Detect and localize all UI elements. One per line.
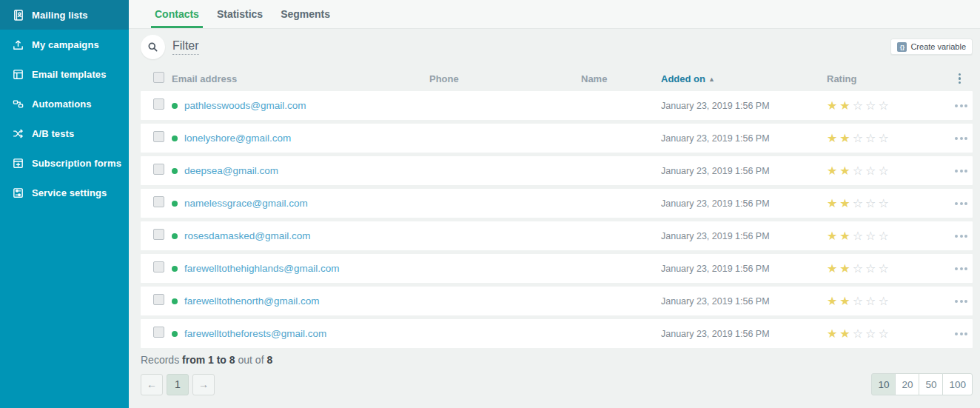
sidebar-item-my-campaigns[interactable]: My campaigns xyxy=(0,30,129,59)
star-empty-icon: ☆ xyxy=(878,327,888,340)
star-filled-icon: ★ xyxy=(839,262,850,275)
table-row: farewelltothenorth@gmail.com January 23,… xyxy=(141,287,973,315)
star-filled-icon: ★ xyxy=(827,327,837,340)
tab-segments[interactable]: Segments xyxy=(277,0,334,28)
email-link[interactable]: namelessgrace@gmail.com xyxy=(184,198,308,209)
select-all-checkbox[interactable] xyxy=(153,72,164,83)
star-empty-icon: ☆ xyxy=(865,262,876,275)
email-link[interactable]: pathlesswoods@gmail.com xyxy=(184,100,306,111)
row-menu-icon[interactable] xyxy=(953,298,970,305)
sidebar-item-mailing-lists[interactable]: Mailing lists xyxy=(0,0,129,30)
rating-stars: ★★☆☆☆ xyxy=(827,196,953,210)
table-row: rosesdamasked@gmail.com January 23, 2019… xyxy=(141,221,973,250)
filter-label[interactable]: Filter xyxy=(172,39,199,55)
row-menu-icon[interactable] xyxy=(953,200,970,207)
row-checkbox[interactable] xyxy=(153,196,164,207)
star-filled-icon: ★ xyxy=(827,295,837,307)
star-empty-icon: ☆ xyxy=(878,197,888,210)
page-size-20-button[interactable]: 20 xyxy=(895,373,919,395)
email-link[interactable]: deepsea@gmail.com xyxy=(184,165,278,176)
email-link[interactable]: lonelyshore@gmail.com xyxy=(184,133,291,144)
page-size-10-button[interactable]: 10 xyxy=(871,373,896,395)
row-menu-icon[interactable] xyxy=(953,265,970,272)
prev-page-button[interactable]: ← xyxy=(141,374,163,395)
status-dot-icon xyxy=(172,103,178,109)
added-on-cell: January 23, 2019 1:56 PM xyxy=(661,198,827,209)
tab-label: Segments xyxy=(281,8,330,20)
added-on-cell: January 23, 2019 1:56 PM xyxy=(661,296,827,307)
column-header-name[interactable]: Name xyxy=(581,73,661,84)
content-area: Filter {} Create variable Email address … xyxy=(141,29,973,408)
email-link[interactable]: rosesdamasked@gmail.com xyxy=(184,230,311,241)
sidebar-item-email-templates[interactable]: Email templates xyxy=(0,59,129,89)
address-book-icon xyxy=(10,8,25,21)
sidebar-nav: Mailing lists My campaigns Email templat… xyxy=(0,0,129,207)
row-menu-icon[interactable] xyxy=(953,167,970,175)
sidebar-item-subscription-forms[interactable]: Subscription forms xyxy=(0,148,129,178)
page-1-button[interactable]: 1 xyxy=(167,374,189,395)
row-checkbox[interactable] xyxy=(153,98,164,110)
row-checkbox[interactable] xyxy=(153,261,164,272)
row-menu-icon[interactable] xyxy=(953,330,970,338)
page-size-100-button[interactable]: 100 xyxy=(942,373,973,395)
row-checkbox[interactable] xyxy=(153,327,164,338)
row-menu-icon[interactable] xyxy=(953,102,970,110)
star-empty-icon: ☆ xyxy=(865,99,876,112)
tab-contacts[interactable]: Contacts xyxy=(151,0,203,28)
row-menu-icon[interactable] xyxy=(953,233,970,240)
column-header-rating[interactable]: Rating xyxy=(827,73,953,84)
added-on-label: Added on xyxy=(661,73,705,84)
search-icon[interactable] xyxy=(141,35,165,59)
sidebar-item-a-b-tests[interactable]: A/B tests xyxy=(0,118,129,148)
email-link[interactable]: farewelltothenorth@gmail.com xyxy=(184,295,320,307)
row-menu-icon[interactable] xyxy=(953,135,970,142)
sidebar-item-label: A/B tests xyxy=(32,128,74,139)
row-checkbox[interactable] xyxy=(153,164,164,175)
sidebar-item-service-settings[interactable]: Service settings xyxy=(0,178,129,207)
star-empty-icon: ☆ xyxy=(865,197,876,210)
star-filled-icon: ★ xyxy=(839,132,850,144)
star-filled-icon: ★ xyxy=(827,197,837,210)
tab-label: Statistics xyxy=(217,8,263,20)
star-empty-icon: ☆ xyxy=(878,295,888,307)
column-settings-icon[interactable] xyxy=(957,72,963,86)
row-checkbox[interactable] xyxy=(153,131,164,142)
star-empty-icon: ☆ xyxy=(878,99,888,112)
campaign-upload-icon xyxy=(10,38,25,51)
email-templates-icon xyxy=(10,67,25,81)
star-empty-icon: ☆ xyxy=(853,327,863,340)
star-empty-icon: ☆ xyxy=(865,230,876,242)
star-empty-icon: ☆ xyxy=(865,327,876,340)
star-filled-icon: ★ xyxy=(839,197,850,210)
star-filled-icon: ★ xyxy=(827,164,837,177)
subscription-form-icon xyxy=(10,156,25,170)
tab-statistics[interactable]: Statistics xyxy=(213,0,266,28)
column-header-added-on[interactable]: Added on▲ xyxy=(661,73,827,84)
column-header-email[interactable]: Email address xyxy=(172,73,429,84)
star-empty-icon: ☆ xyxy=(878,132,888,144)
sidebar-item-label: Service settings xyxy=(32,187,107,198)
column-header-phone[interactable]: Phone xyxy=(429,73,581,84)
service-settings-icon xyxy=(10,186,25,199)
star-empty-icon: ☆ xyxy=(865,132,876,144)
row-checkbox[interactable] xyxy=(153,229,164,240)
star-filled-icon: ★ xyxy=(839,295,850,307)
main-area: Contacts Statistics Segments Filter {} C… xyxy=(129,0,980,408)
star-empty-icon: ☆ xyxy=(878,262,888,275)
records-total: 8 xyxy=(266,354,272,366)
variable-icon: {} xyxy=(897,42,907,52)
sidebar-item-label: Mailing lists xyxy=(32,10,88,21)
sidebar-item-automations[interactable]: Automations xyxy=(0,89,129,118)
page-size-50-button[interactable]: 50 xyxy=(919,373,943,395)
star-filled-icon: ★ xyxy=(839,164,850,177)
next-page-button[interactable]: → xyxy=(192,374,215,395)
sidebar-item-label: Automations xyxy=(32,98,92,110)
star-empty-icon: ☆ xyxy=(878,164,888,177)
create-variable-button[interactable]: {} Create variable xyxy=(890,39,973,55)
sidebar: Mailing lists My campaigns Email templat… xyxy=(0,0,129,408)
page-size-group: 102050100 xyxy=(871,373,973,395)
email-link[interactable]: farewelltothehighlands@gmail.com xyxy=(184,263,340,274)
row-checkbox[interactable] xyxy=(153,294,164,305)
email-link[interactable]: farewelltotheforests@gmail.com xyxy=(184,328,326,339)
status-dot-icon xyxy=(172,201,178,207)
